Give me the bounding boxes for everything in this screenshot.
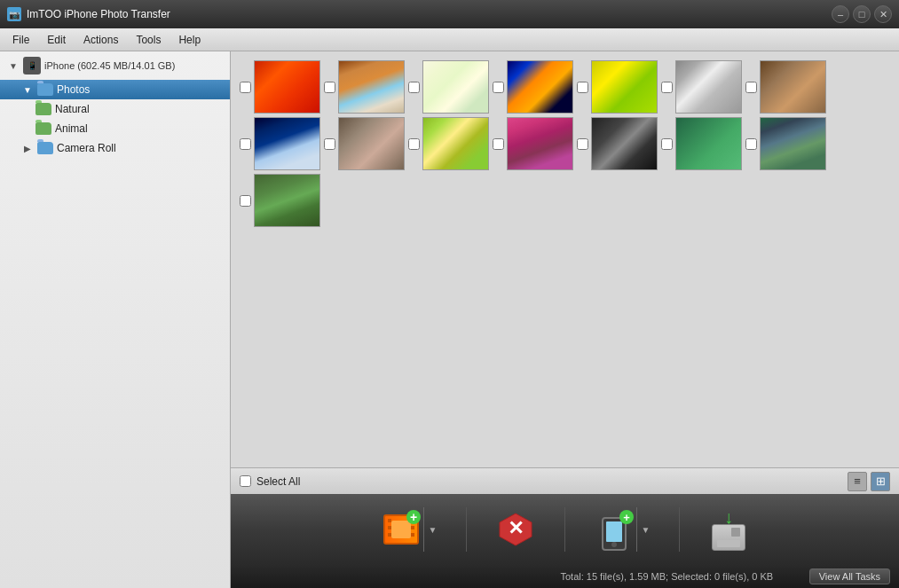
- device-icon: 📱: [23, 57, 41, 74]
- app-icon: 📷: [7, 7, 21, 21]
- save-icon: ↓: [707, 508, 750, 551]
- status-text: Total: 15 file(s), 1.59 MB; Selected: 0 …: [524, 571, 809, 582]
- transfer-button[interactable]: +: [592, 507, 636, 552]
- sidebar-item-natural-label: Natural: [55, 103, 90, 115]
- photo-checkbox-15[interactable]: [240, 195, 251, 207]
- photo-checkbox-14[interactable]: [745, 138, 757, 150]
- transfer-group: + ▼: [592, 507, 652, 552]
- add-photos-icon: +: [382, 510, 421, 549]
- photo-thumb-8[interactable]: [254, 117, 320, 170]
- photo-grid: [231, 51, 899, 467]
- photo-checkbox-8[interactable]: [240, 138, 251, 150]
- photo-cell-7: [745, 60, 826, 114]
- photo-thumb-4[interactable]: [507, 60, 573, 114]
- photo-checkbox-11[interactable]: [493, 138, 504, 150]
- delete-button[interactable]: ✕: [493, 507, 538, 552]
- photo-thumb-7[interactable]: [760, 60, 826, 114]
- menu-actions[interactable]: Actions: [75, 31, 127, 49]
- delete-icon-wrap: ✕: [493, 507, 538, 552]
- sidebar-item-photos-label: Photos: [57, 83, 90, 96]
- transfer-dropdown[interactable]: ▼: [636, 507, 652, 552]
- photo-thumb-6[interactable]: [675, 60, 742, 114]
- menu-file[interactable]: File: [4, 31, 38, 49]
- photo-cell-4: [493, 60, 573, 114]
- collapse-arrow[interactable]: ▼: [7, 59, 20, 72]
- save-button[interactable]: ↓: [706, 507, 751, 552]
- sidebar-item-camera-roll[interactable]: ▶ Camera Roll: [0, 138, 230, 158]
- photo-checkbox-3[interactable]: [408, 82, 420, 93]
- minimize-button[interactable]: –: [832, 5, 849, 23]
- add-photos-dropdown[interactable]: ▼: [423, 507, 439, 552]
- transfer-icon: +: [593, 508, 635, 551]
- delete-icon: ✕: [496, 510, 535, 549]
- camera-roll-collapse-arrow[interactable]: ▶: [21, 142, 34, 154]
- separator-2: [564, 507, 565, 552]
- list-view-button[interactable]: ≡: [848, 472, 867, 491]
- photo-row-2: [240, 117, 890, 170]
- photo-checkbox-2[interactable]: [324, 82, 335, 93]
- photo-checkbox-9[interactable]: [324, 138, 335, 150]
- view-all-tasks-button[interactable]: View All Tasks: [809, 568, 890, 584]
- photo-thumb-5[interactable]: [591, 60, 658, 114]
- photo-cell-8: [240, 117, 320, 170]
- photo-thumb-14[interactable]: [760, 117, 826, 170]
- photo-thumb-3[interactable]: [422, 60, 489, 114]
- photo-thumb-1[interactable]: [254, 60, 320, 114]
- status-bar: Total: 15 file(s), 1.59 MB; Selected: 0 …: [231, 565, 899, 588]
- photo-thumb-13[interactable]: [675, 117, 742, 170]
- title-bar: 📷 ImTOO iPhone Photo Transfer – □ ✕: [0, 0, 899, 28]
- photo-checkbox-7[interactable]: [745, 82, 757, 93]
- separator-3: [679, 507, 680, 552]
- photo-cell-13: [661, 117, 742, 170]
- sidebar-device: ▼ 📱 iPhone (602.45 MB/14.01 GB): [0, 51, 230, 80]
- photo-checkbox-10[interactable]: [408, 138, 420, 150]
- main-content: ▼ 📱 iPhone (602.45 MB/14.01 GB) ▼ Photos…: [0, 51, 899, 588]
- photo-checkbox-1[interactable]: [240, 82, 251, 93]
- menu-edit[interactable]: Edit: [38, 31, 75, 49]
- photo-row-3: [240, 174, 890, 227]
- sidebar-item-animal[interactable]: Animal: [0, 119, 230, 138]
- photo-checkbox-12[interactable]: [577, 138, 588, 150]
- bottom-bar: Select All ≡ ⊞: [231, 467, 899, 494]
- separator-1: [466, 507, 467, 552]
- photo-cell-10: [408, 117, 489, 170]
- photo-cell-5: [577, 60, 658, 114]
- photo-checkbox-5[interactable]: [577, 82, 588, 93]
- photo-cell-1: [240, 60, 320, 114]
- transfer-badge-icon: +: [619, 510, 634, 524]
- title-bar-left: 📷 ImTOO iPhone Photo Transfer: [7, 7, 170, 21]
- photo-thumb-10[interactable]: [422, 117, 489, 170]
- photo-cell-6: [661, 60, 742, 114]
- grid-view-button[interactable]: ⊞: [871, 472, 890, 491]
- sidebar-item-photos[interactable]: ▼ Photos: [0, 80, 230, 99]
- photo-thumb-15[interactable]: [254, 174, 320, 227]
- sidebar-item-natural[interactable]: Natural: [0, 99, 230, 119]
- photo-thumb-11[interactable]: [507, 117, 573, 170]
- photos-collapse-arrow[interactable]: ▼: [21, 83, 34, 96]
- device-label: iPhone (602.45 MB/14.01 GB): [44, 60, 175, 71]
- photo-cell-2: [324, 60, 405, 114]
- photo-checkbox-13[interactable]: [661, 138, 673, 150]
- view-controls: ≡ ⊞: [848, 472, 890, 491]
- photo-checkbox-6[interactable]: [661, 82, 673, 93]
- toolbar: + ▼ ✕: [231, 494, 899, 565]
- select-all-checkbox[interactable]: [240, 475, 251, 487]
- photo-row-1: [240, 60, 890, 114]
- menu-help[interactable]: Help: [170, 31, 209, 49]
- photo-thumb-2[interactable]: [338, 60, 405, 114]
- photo-cell-9: [324, 117, 405, 170]
- photo-thumb-12[interactable]: [591, 117, 658, 170]
- sidebar-item-animal-label: Animal: [55, 122, 88, 135]
- maximize-button[interactable]: □: [853, 5, 871, 23]
- photo-cell-12: [577, 117, 658, 170]
- add-photos-group: + ▼: [379, 507, 439, 552]
- photo-checkbox-4[interactable]: [493, 82, 504, 93]
- close-button[interactable]: ✕: [874, 5, 892, 23]
- title-bar-controls[interactable]: – □ ✕: [832, 5, 892, 23]
- photo-cell-3: [408, 60, 489, 114]
- save-arrow-icon: ↓: [724, 508, 733, 526]
- window-title: ImTOO iPhone Photo Transfer: [27, 8, 170, 20]
- photo-thumb-9[interactable]: [338, 117, 405, 170]
- add-photos-button[interactable]: +: [379, 507, 423, 552]
- menu-tools[interactable]: Tools: [127, 31, 170, 49]
